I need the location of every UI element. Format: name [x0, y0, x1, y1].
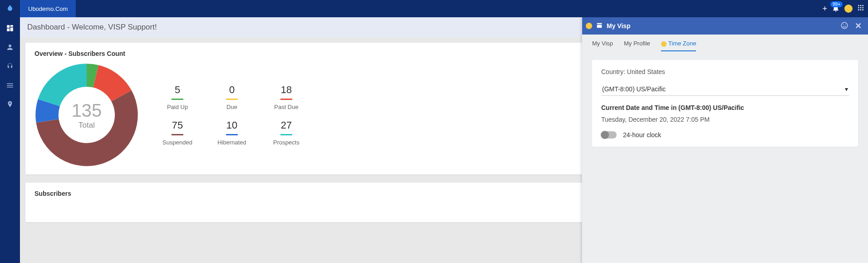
- stat-label: Due: [207, 104, 257, 110]
- sidebar: [0, 17, 20, 263]
- timezone-select[interactable]: (GMT-8:00) US/Pacific ▾: [601, 83, 849, 96]
- stats-grid: 5 Paid Up0 Due18 Past Due75 Suspended10 …: [152, 84, 311, 146]
- top-bar: Ubodemo.Com + 99+: [0, 0, 868, 17]
- stat-item: 18 Past Due: [261, 84, 311, 110]
- stat-value: 5: [152, 84, 202, 99]
- stat-color-bar: [226, 99, 238, 100]
- stat-color-bar: [172, 134, 183, 135]
- stat-label: Past Due: [261, 104, 311, 110]
- stat-value: 0: [207, 84, 257, 99]
- chevron-down-icon: ▾: [845, 85, 848, 93]
- stat-item: 10 Hibernated: [207, 119, 257, 146]
- svg-point-7: [860, 9, 862, 10]
- clock-24h-label: 24-hour clock: [623, 131, 661, 139]
- svg-point-0: [858, 5, 859, 6]
- notification-badge: 99+: [830, 1, 843, 7]
- donut-segment: [96, 76, 122, 96]
- panel-title: My Visp: [607, 22, 631, 30]
- svg-point-2: [862, 5, 863, 6]
- notifications-icon[interactable]: 99+: [832, 4, 840, 14]
- sidebar-item-dashboard[interactable]: [5, 24, 15, 33]
- svg-point-6: [858, 9, 859, 10]
- country-label: Country: United States: [601, 68, 849, 75]
- clock-24h-toggle[interactable]: [601, 131, 617, 139]
- svg-point-5: [862, 7, 863, 9]
- main-content: Dashboard - Welcome, VISP Support! Overv…: [20, 17, 868, 263]
- subscribers-donut-chart: 135 Total: [34, 63, 139, 167]
- logo-icon: [4, 2, 16, 15]
- svg-point-1: [860, 5, 862, 6]
- timezone-selected: (GMT-8:00) US/Pacific: [602, 85, 666, 93]
- stat-item: 0 Due: [207, 84, 257, 110]
- timezone-settings-card: Country: United States (GMT-8:00) US/Pac…: [592, 60, 858, 147]
- panel-header: My Visp ✕: [582, 17, 868, 35]
- stat-value: 18: [261, 84, 311, 99]
- tab-indicator-icon: [661, 41, 667, 47]
- stat-label: Paid Up: [152, 104, 202, 110]
- svg-point-8: [862, 9, 863, 10]
- current-datetime-heading: Current Date and Time in (GMT-8:00) US/P…: [601, 104, 849, 111]
- donut-segment: [47, 103, 49, 121]
- current-datetime-value: Tuesday, December 20, 2022 7:05 PM: [601, 116, 849, 123]
- stat-color-bar: [280, 134, 292, 135]
- svg-point-9: [841, 22, 848, 29]
- sidebar-item-support[interactable]: [5, 62, 15, 71]
- sidebar-item-person[interactable]: [5, 43, 15, 52]
- stat-item: 5 Paid Up: [152, 84, 202, 110]
- smile-icon[interactable]: [840, 21, 848, 31]
- sidebar-item-location[interactable]: [5, 100, 15, 109]
- stat-color-bar: [172, 99, 183, 100]
- avatar[interactable]: [844, 5, 853, 13]
- panel-tabs: My VispMy ProfileTime Zone: [582, 35, 868, 52]
- stat-item: 27 Prospects: [261, 119, 311, 146]
- stat-color-bar: [280, 99, 292, 100]
- panel-tab[interactable]: My Profile: [624, 40, 650, 51]
- stat-color-bar: [226, 134, 238, 135]
- svg-point-3: [858, 7, 859, 9]
- donut-segment: [49, 75, 87, 103]
- stat-item: 75 Suspended: [152, 119, 202, 146]
- svg-point-10: [843, 24, 844, 25]
- stat-label: Suspended: [152, 139, 202, 146]
- close-icon[interactable]: ✕: [855, 21, 862, 31]
- total-value: 135: [72, 100, 102, 121]
- panel-tab[interactable]: Time Zone: [661, 40, 696, 51]
- stat-value: 75: [152, 119, 202, 134]
- total-label: Total: [72, 121, 102, 130]
- panel-card-icon: [596, 22, 603, 30]
- sidebar-item-list[interactable]: [5, 81, 15, 90]
- panel-indicator-icon: [586, 23, 592, 29]
- svg-point-4: [860, 7, 862, 9]
- donut-segment: [87, 75, 96, 76]
- stat-label: Prospects: [261, 139, 311, 146]
- stat-value: 27: [261, 119, 311, 134]
- stat-label: Hibernated: [207, 139, 257, 146]
- apps-icon[interactable]: [857, 4, 864, 13]
- add-button[interactable]: +: [822, 4, 827, 14]
- stat-value: 10: [207, 119, 257, 134]
- site-tab[interactable]: Ubodemo.Com: [20, 0, 76, 17]
- my-visp-panel: My Visp ✕ My VispMy ProfileTime Zone Cou…: [582, 17, 868, 263]
- panel-tab[interactable]: My Visp: [592, 40, 613, 51]
- svg-point-11: [845, 24, 846, 25]
